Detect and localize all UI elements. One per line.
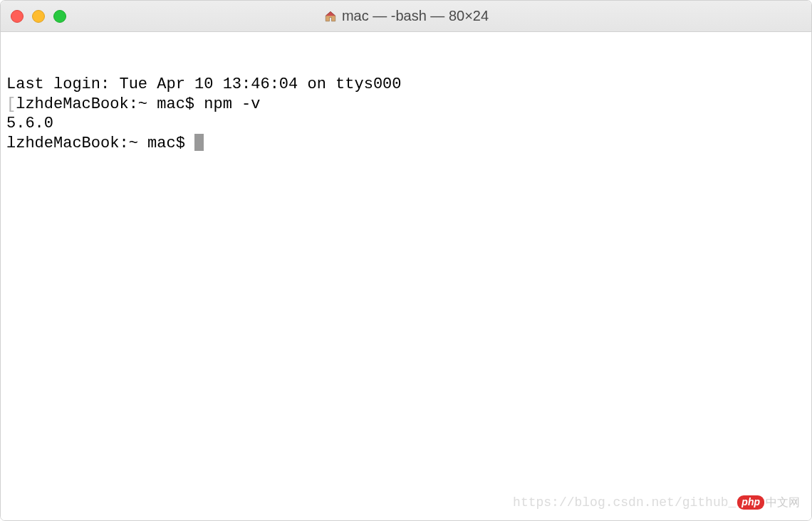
watermark: https://blog.csdn.net/github_ php 中文网 [513, 495, 800, 511]
terminal-body[interactable]: Last login: Tue Apr 10 13:46:04 on ttys0… [1, 32, 811, 520]
cursor-icon [194, 134, 204, 151]
prompt-1-host: lzhdeMacBook:~ mac$ [16, 95, 204, 113]
titlebar[interactable]: mac — -bash — 80×24 [1, 1, 811, 32]
terminal-line-prompt-1: [lzhdeMacBook:~ mac$ npm -v [6, 95, 806, 115]
close-button[interactable] [11, 10, 24, 23]
traffic-lights [1, 10, 66, 23]
prompt-1-cmd: npm -v [204, 95, 260, 113]
terminal-line-last-login: Last login: Tue Apr 10 13:46:04 on ttys0… [6, 75, 806, 95]
minimize-button[interactable] [32, 10, 45, 23]
terminal-line-output-1: 5.6.0 [6, 114, 806, 134]
php-badge: php [737, 495, 764, 510]
bracket-left-icon: [ [6, 95, 16, 113]
window-title-text: mac — -bash — 80×24 [342, 8, 489, 24]
home-icon [323, 9, 338, 23]
watermark-url: https://blog.csdn.net/github_ [513, 495, 736, 511]
prompt-2-host: lzhdeMacBook:~ mac$ [6, 135, 194, 152]
maximize-button[interactable] [53, 10, 66, 23]
watermark-cn: 中文网 [766, 495, 800, 510]
window-title: mac — -bash — 80×24 [1, 8, 811, 24]
terminal-line-prompt-2: lzhdeMacBook:~ mac$ [6, 134, 806, 154]
terminal-window: mac — -bash — 80×24 Last login: Tue Apr … [0, 0, 812, 521]
